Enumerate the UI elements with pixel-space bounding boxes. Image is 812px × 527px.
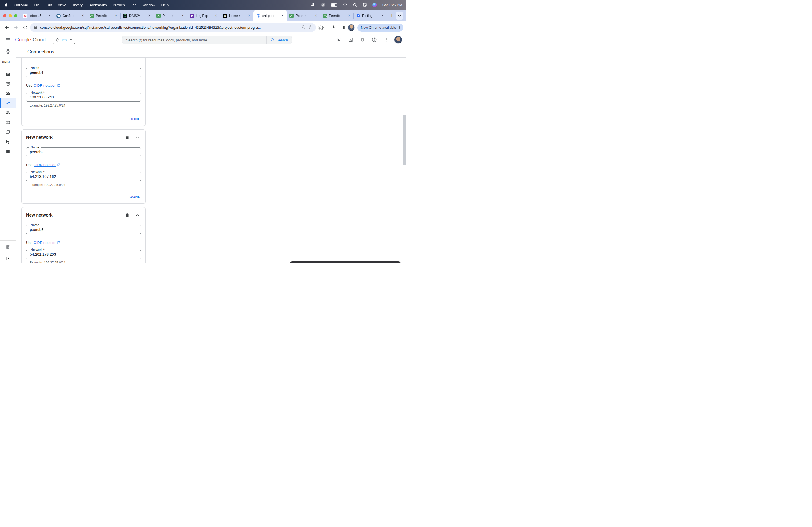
tab-close-icon[interactable] — [114, 14, 118, 18]
apple-icon[interactable] — [4, 3, 8, 7]
sidenav-item-system-insights[interactable] — [0, 89, 16, 98]
menubar-item[interactable]: Help — [161, 3, 169, 7]
tab[interactable]: Peerdb — [87, 10, 120, 21]
cidr-notation-link[interactable]: CIDR notation — [33, 163, 61, 167]
help-icon[interactable] — [369, 35, 379, 45]
more-options-icon[interactable] — [381, 35, 391, 45]
zoom-window-button[interactable] — [14, 14, 17, 17]
delete-network-button[interactable] — [124, 212, 131, 219]
network-field[interactable]: Network * — [26, 93, 141, 102]
spotlight-icon[interactable] — [352, 3, 357, 7]
sidenav-item-overview[interactable] — [0, 69, 16, 79]
tab[interactable]: Editing — [353, 10, 387, 21]
forward-button[interactable] — [12, 24, 20, 32]
tab-close-icon[interactable] — [347, 14, 351, 18]
back-button[interactable] — [3, 24, 11, 32]
sidenav-item-backups[interactable] — [0, 127, 16, 137]
chrome-profile-avatar[interactable] — [348, 24, 355, 31]
new-tab-button[interactable]: + — [388, 12, 395, 19]
menubar-item[interactable]: View — [58, 3, 66, 7]
menubar-item[interactable]: Tab — [131, 3, 137, 7]
tab-search-button[interactable] — [395, 12, 403, 20]
window-manager-icon[interactable] — [311, 3, 316, 7]
url-text[interactable]: console.cloud.google.com/sql/instances/s… — [40, 26, 299, 30]
close-window-button[interactable] — [3, 14, 6, 17]
tab[interactable]: Peerdb — [320, 10, 353, 21]
menubar-item[interactable]: Window — [142, 3, 155, 7]
network-field[interactable]: Network * — [26, 172, 141, 181]
sidenav-item-connections[interactable] — [0, 98, 16, 108]
tab[interactable]: DA ISDAIS24 — [120, 10, 154, 21]
menubar-item[interactable]: History — [71, 3, 83, 7]
app-status-icon[interactable] — [321, 3, 325, 7]
gcp-search-bar[interactable]: Search — [122, 36, 292, 44]
network-field[interactable]: Network * — [26, 250, 141, 259]
tab-close-icon[interactable] — [180, 14, 185, 18]
project-picker[interactable]: test — [53, 36, 75, 44]
tab[interactable]: Peerdb — [287, 10, 320, 21]
side-panel-icon[interactable] — [338, 24, 347, 32]
account-avatar[interactable] — [394, 36, 402, 44]
done-button[interactable]: DONE — [129, 195, 141, 199]
reload-button[interactable] — [21, 24, 29, 32]
tab-close-icon[interactable] — [247, 14, 251, 18]
vertical-scrollbar-thumb[interactable] — [403, 115, 406, 165]
menubar-item[interactable]: Edit — [46, 3, 52, 7]
minimize-window-button[interactable] — [9, 14, 12, 17]
siri-icon[interactable] — [373, 3, 377, 7]
sidenav-item-users[interactable] — [0, 108, 16, 118]
nav-menu-icon[interactable] — [4, 35, 13, 44]
cloud-shell-icon[interactable] — [346, 35, 356, 45]
name-input[interactable] — [26, 225, 141, 234]
tab-close-icon[interactable] — [214, 14, 218, 18]
omnibox[interactable]: console.cloud.google.com/sql/instances/s… — [30, 23, 316, 32]
collapse-network-button[interactable] — [134, 134, 141, 141]
gcp-search-input[interactable] — [122, 38, 266, 42]
battery-icon[interactable] — [331, 3, 337, 7]
notifications-icon[interactable] — [358, 35, 367, 45]
tab[interactable]: XHome / — [220, 10, 253, 21]
sidenav-item-operations[interactable] — [0, 147, 16, 156]
tab-close-icon[interactable] — [280, 14, 285, 18]
name-field[interactable]: Name — [26, 147, 141, 156]
sidenav-item-query-insights[interactable] — [0, 79, 16, 89]
tab-close-icon[interactable] — [47, 14, 52, 18]
extensions-icon[interactable] — [317, 24, 325, 32]
gcp-search-button[interactable]: Search — [266, 36, 292, 44]
menubar-clock[interactable]: Sat 1:25 PM — [382, 3, 402, 7]
release-notes-icon[interactable] — [0, 243, 16, 251]
name-input[interactable] — [26, 148, 141, 156]
name-input[interactable] — [26, 68, 141, 77]
menubar-app-name[interactable]: Chrome — [14, 3, 28, 7]
name-field[interactable]: Name — [26, 225, 141, 234]
tab-close-icon[interactable] — [81, 14, 85, 18]
download-icon[interactable] — [330, 24, 337, 32]
control-center-icon[interactable] — [362, 3, 367, 7]
sidenav-item-databases[interactable] — [0, 118, 16, 127]
tab[interactable]: Confere — [54, 10, 87, 21]
tab[interactable]: Peerdb — [154, 10, 187, 21]
gemini-icon[interactable] — [334, 35, 344, 45]
cidr-notation-link[interactable]: CIDR notation — [33, 84, 61, 88]
menubar-item[interactable]: File — [34, 3, 40, 7]
chrome-update-pill[interactable]: New Chrome available — [358, 24, 403, 32]
tab-close-icon[interactable] — [380, 14, 385, 18]
menubar-item[interactable]: Profiles — [113, 3, 125, 7]
bookmark-star-icon[interactable] — [308, 25, 313, 30]
sidenav-item-replication[interactable] — [0, 137, 16, 147]
tab[interactable]: Log Exp — [187, 10, 220, 21]
zoom-icon[interactable] — [301, 25, 306, 30]
expand-sidenav-icon[interactable] — [0, 254, 16, 262]
tab[interactable]: MInbox (5 — [20, 10, 54, 21]
delete-network-button[interactable] — [124, 134, 131, 141]
menubar-item[interactable]: Bookmarks — [89, 3, 107, 7]
tab-active[interactable]: sai-peer — [253, 10, 287, 21]
tab-close-icon[interactable] — [147, 14, 151, 18]
cidr-notation-link[interactable]: CIDR notation — [33, 241, 61, 245]
google-cloud-logo[interactable]: Google Cloud — [15, 37, 46, 43]
collapse-network-button[interactable] — [134, 212, 141, 219]
tab-close-icon[interactable] — [314, 14, 318, 18]
done-button[interactable]: DONE — [129, 117, 141, 121]
wifi-icon[interactable] — [343, 3, 347, 7]
site-settings-icon[interactable] — [33, 26, 37, 30]
